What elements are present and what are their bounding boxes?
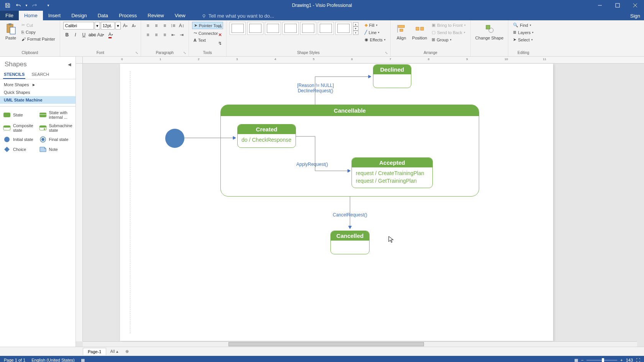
zoom-out-button[interactable]: − [581, 358, 583, 362]
tab-file[interactable]: File [0, 11, 19, 20]
style-thumb[interactable] [300, 22, 316, 35]
more-shapes-item[interactable]: More Shapes▶ [0, 81, 76, 88]
state-created[interactable]: Created do / CheckResponse [237, 124, 296, 148]
uml-state-machine-stencil[interactable]: UML State Machine [0, 96, 76, 104]
bring-to-front-button[interactable]: ▣Bring to Front▾ [430, 22, 467, 28]
connector-created-accepted[interactable] [296, 136, 353, 173]
scrollbar-thumb[interactable] [228, 342, 424, 346]
style-thumb[interactable] [318, 22, 334, 35]
change-shape-button[interactable]: Change Shape [474, 22, 505, 41]
add-page-button[interactable]: ⊕ [122, 348, 132, 355]
tab-process[interactable]: Process [113, 11, 142, 20]
font-color-button[interactable]: A▾ [105, 31, 116, 39]
shape-note[interactable]: Note [38, 145, 74, 154]
align-bottom-button[interactable]: ≡ [161, 22, 169, 29]
style-thumb[interactable] [283, 22, 299, 35]
state-declined[interactable]: Declined [373, 64, 411, 88]
shape-composite[interactable]: Composite state [2, 122, 38, 134]
align-button[interactable]: Align [394, 22, 409, 41]
style-thumb[interactable] [335, 22, 352, 35]
case-button[interactable]: Aa▾ [97, 31, 105, 39]
increase-indent-button[interactable]: ⇥ [178, 31, 186, 39]
tab-insert[interactable]: Insert [43, 11, 66, 20]
gallery-more[interactable]: ▾ [353, 31, 358, 35]
line-button[interactable]: ╱Line▾ [363, 29, 387, 36]
align-right-button[interactable]: ≡ [161, 31, 169, 39]
tab-design[interactable]: Design [66, 11, 92, 20]
fill-button[interactable]: ◆Fill▾ [363, 22, 387, 28]
italic-button[interactable]: I [72, 31, 79, 39]
connector-tool-button[interactable]: ⤳Connector [192, 30, 220, 36]
all-pages-button[interactable]: All ▴ [107, 348, 121, 355]
increase-font-button[interactable]: A▴ [122, 22, 129, 29]
style-thumb[interactable] [230, 22, 246, 35]
maximize-button[interactable] [609, 0, 626, 11]
sign-in-link[interactable]: Sign [626, 11, 644, 20]
align-left-button[interactable]: ≡ [144, 31, 152, 39]
zoom-level[interactable]: 143 [626, 358, 633, 362]
shape-state[interactable]: State [2, 109, 38, 121]
font-name-combo[interactable]: Calibri [63, 22, 94, 29]
close-button[interactable] [626, 0, 644, 11]
find-button[interactable]: 🔍Find▾ [511, 22, 535, 28]
bullets-button[interactable]: ⁝≡ [169, 22, 177, 29]
layers-button[interactable]: ≣Layers▾ [511, 29, 535, 36]
underline-button[interactable]: U [80, 31, 88, 39]
collapse-panel-button[interactable]: ◀ [68, 62, 71, 67]
rectangle-tool-button[interactable]: ▭ [216, 23, 224, 30]
group-button[interactable]: ⊞Group▾ [430, 36, 467, 43]
text-direction-button[interactable]: A↕ [178, 22, 186, 29]
shape-submachine[interactable]: Submachine state [38, 122, 74, 134]
bold-button[interactable]: B [63, 31, 71, 39]
text-tool-button[interactable]: AText [192, 37, 207, 43]
shape-styles-dialog-launcher[interactable]: ⤡ [385, 51, 389, 56]
decrease-indent-button[interactable]: ⇤ [169, 31, 177, 39]
tell-me-search[interactable]: Tell me what you want to do... [199, 11, 277, 20]
search-tab[interactable]: SEARCH [31, 70, 50, 79]
stencils-tab[interactable]: STENCILS [3, 70, 25, 79]
redo-button[interactable] [30, 1, 39, 10]
select-button[interactable]: ➤Select▾ [511, 36, 535, 43]
copy-button[interactable]: ⎘Copy [20, 29, 57, 35]
delete-connector-button[interactable]: ✕ [216, 31, 224, 39]
format-painter-button[interactable]: 🖌Format Painter [20, 36, 57, 42]
font-dialog-launcher[interactable]: ⤡ [135, 51, 140, 56]
send-to-back-button[interactable]: ▢Send to Back▾ [430, 29, 467, 36]
position-button[interactable]: Position [411, 22, 429, 41]
minimize-button[interactable] [591, 0, 609, 11]
qat-customize[interactable]: ▼ [44, 1, 53, 10]
paste-button[interactable]: Paste [3, 22, 18, 41]
cut-button[interactable]: ✂Cut [20, 22, 57, 28]
state-accepted[interactable]: Accepted request / CreateTrainingPlan re… [352, 157, 433, 188]
macro-indicator[interactable]: ▦ [81, 358, 85, 362]
paragraph-dialog-launcher[interactable]: ⤡ [183, 51, 188, 56]
gallery-down[interactable]: ▼ [353, 26, 358, 31]
save-button[interactable] [3, 1, 12, 10]
shape-initial-state[interactable]: Initial state [2, 135, 38, 144]
canvas[interactable]: 0 1 2 3 4 5 6 7 8 9 10 11 Declined [76, 57, 644, 347]
quick-shapes-item[interactable]: Quick Shapes [0, 88, 76, 96]
gallery-up[interactable]: ▲ [353, 22, 358, 26]
shape-state-internal[interactable]: State with internal ... [38, 109, 74, 121]
language-indicator[interactable]: English (United States) [31, 358, 75, 362]
tab-data[interactable]: Data [92, 11, 113, 20]
presentation-mode-button[interactable]: ▦ [574, 358, 578, 362]
font-name-dropdown[interactable]: ▾ [95, 22, 100, 29]
drawing-page[interactable]: Declined [Reason != NULL] DeclineRequest… [120, 64, 553, 341]
style-gallery[interactable]: ▲ ▼ ▾ [230, 22, 358, 35]
tab-home[interactable]: Home [19, 11, 43, 20]
horizontal-scrollbar[interactable] [83, 341, 637, 347]
initial-state[interactable] [165, 129, 184, 148]
style-thumb[interactable] [247, 22, 263, 35]
align-center-button[interactable]: ≡ [153, 31, 160, 39]
align-top-button[interactable]: ≡ [144, 22, 152, 29]
zoom-in-button[interactable]: + [620, 358, 623, 362]
zoom-slider[interactable] [586, 360, 617, 361]
state-cancelled[interactable]: Cancelled [330, 231, 370, 254]
undo-dropdown[interactable]: ▼ [25, 1, 28, 10]
connector-initial-created[interactable] [184, 136, 238, 140]
font-size-combo[interactable]: 12pt. [101, 22, 115, 29]
strikethrough-button[interactable]: abc [89, 31, 96, 39]
freeform-button[interactable]: ↯ [216, 39, 224, 47]
effects-button[interactable]: ◉Effects▾ [363, 36, 387, 43]
